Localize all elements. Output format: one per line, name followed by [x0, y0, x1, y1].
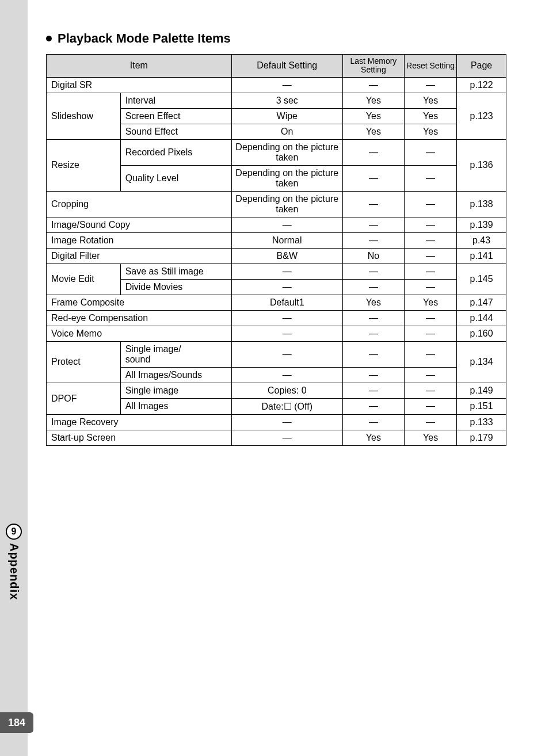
- cell-last: Yes: [342, 430, 404, 445]
- cell-reset: —: [405, 326, 457, 341]
- cell-sub: Interval: [120, 93, 231, 108]
- cell-default: Depending on the picture taken: [231, 165, 342, 191]
- cell-item: Frame Composite: [47, 295, 232, 310]
- cell-reset: —: [405, 232, 457, 248]
- chapter-label: Appendix: [7, 543, 21, 600]
- table-row: Voice Memo — — — p.160: [47, 326, 506, 341]
- cell-default: —: [231, 217, 342, 232]
- cell-item: Image Rotation: [47, 232, 232, 248]
- cell-last: —: [342, 326, 404, 341]
- cell-reset: Yes: [405, 124, 457, 139]
- cell-page: p.123: [457, 93, 506, 139]
- section-title: Playback Mode Palette Items: [58, 31, 231, 46]
- bullet-icon: [46, 36, 52, 41]
- cell-reset: —: [405, 139, 457, 165]
- cell-last: —: [342, 310, 404, 326]
- table-row: Movie Edit Save as Still image — — — p.1…: [47, 264, 506, 279]
- cell-item: Image Recovery: [47, 414, 232, 430]
- cell-page: p.138: [457, 191, 506, 217]
- cell-page: p.122: [457, 77, 506, 93]
- cell-default: —: [231, 367, 342, 383]
- palette-table: Item Default Setting Last Memory Setting…: [46, 54, 506, 446]
- cell-reset: —: [405, 77, 457, 93]
- table-row: Digital SR — — — p.122: [47, 77, 506, 93]
- cell-sub: Single image: [120, 383, 231, 398]
- cell-page: p.151: [457, 398, 506, 414]
- cell-last: Yes: [342, 93, 404, 108]
- cell-item: Voice Memo: [47, 326, 232, 341]
- cell-last: Yes: [342, 124, 404, 139]
- cell-page: p.149: [457, 383, 506, 398]
- cell-page: p.133: [457, 414, 506, 430]
- header-reset: Reset Setting: [405, 55, 457, 78]
- cell-page: p.141: [457, 248, 506, 264]
- cell-last: —: [342, 165, 404, 191]
- cell-reset: Yes: [405, 295, 457, 310]
- table-row: Cropping Depending on the picture taken …: [47, 191, 506, 217]
- chapter-number-circle: 9: [6, 524, 22, 540]
- cell-page: p.145: [457, 264, 506, 295]
- cell-last: Yes: [342, 295, 404, 310]
- table-row: Frame Composite Default1 Yes Yes p.147: [47, 295, 506, 310]
- header-last: Last Memory Setting: [342, 55, 404, 78]
- cell-sub: Quality Level: [120, 165, 231, 191]
- cell-default: —: [231, 77, 342, 93]
- header-item: Item: [47, 55, 232, 78]
- cell-default: —: [231, 279, 342, 295]
- cell-reset: —: [405, 398, 457, 414]
- cell-last: —: [342, 414, 404, 430]
- table-row: Red-eye Compensation — — — p.144: [47, 310, 506, 326]
- cell-default: Normal: [231, 232, 342, 248]
- side-label-group: 9 Appendix: [0, 524, 28, 600]
- cell-default: Date:☐ (Off): [231, 398, 342, 414]
- cell-default: Copies: 0: [231, 383, 342, 398]
- cell-last: Yes: [342, 108, 404, 124]
- side-tab: [0, 0, 28, 756]
- cell-reset: —: [405, 341, 457, 367]
- table-row: Digital Filter B&W No — p.141: [47, 248, 506, 264]
- cell-last: —: [342, 217, 404, 232]
- cell-page: p.134: [457, 341, 506, 383]
- cell-default: 3 sec: [231, 93, 342, 108]
- chapter-number: 9: [12, 526, 17, 537]
- cell-default: B&W: [231, 248, 342, 264]
- cell-last: —: [342, 139, 404, 165]
- table-row: Image/Sound Copy — — — p.139: [47, 217, 506, 232]
- page-number: 184: [8, 717, 25, 729]
- cell-last: —: [342, 367, 404, 383]
- cell-reset: —: [405, 165, 457, 191]
- cell-default: —: [231, 414, 342, 430]
- cell-reset: —: [405, 248, 457, 264]
- table-row: Slideshow Interval 3 sec Yes Yes p.123: [47, 93, 506, 108]
- cell-reset: Yes: [405, 108, 457, 124]
- cell-sub: Save as Still image: [120, 264, 231, 279]
- cell-last: No: [342, 248, 404, 264]
- content-area: Playback Mode Palette Items Item Default…: [46, 31, 506, 446]
- cell-reset: —: [405, 367, 457, 383]
- cell-default: —: [231, 264, 342, 279]
- table-row: Image Rotation Normal — — p.43: [47, 232, 506, 248]
- cell-reset: —: [405, 264, 457, 279]
- cell-last: —: [342, 398, 404, 414]
- cell-last: —: [342, 279, 404, 295]
- cell-item: Digital SR: [47, 77, 232, 93]
- cell-sub: All Images: [120, 398, 231, 414]
- cell-default: —: [231, 310, 342, 326]
- cell-reset: Yes: [405, 430, 457, 445]
- table-row: Protect Single image/ sound — — — p.134: [47, 341, 506, 367]
- table-row: Resize Recorded Pixels Depending on the …: [47, 139, 506, 165]
- cell-reset: Yes: [405, 93, 457, 108]
- cell-item-group: Resize: [47, 139, 121, 191]
- cell-default: —: [231, 326, 342, 341]
- cell-page: p.139: [457, 217, 506, 232]
- cell-default: Wipe: [231, 108, 342, 124]
- cell-sub: Sound Effect: [120, 124, 231, 139]
- cell-item-group: Movie Edit: [47, 264, 121, 295]
- cell-reset: —: [405, 310, 457, 326]
- cell-default: —: [231, 341, 342, 367]
- cell-item: Start-up Screen: [47, 430, 232, 445]
- cell-item: Cropping: [47, 191, 232, 217]
- cell-item-group: Protect: [47, 341, 121, 383]
- cell-reset: —: [405, 191, 457, 217]
- cell-default: Default1: [231, 295, 342, 310]
